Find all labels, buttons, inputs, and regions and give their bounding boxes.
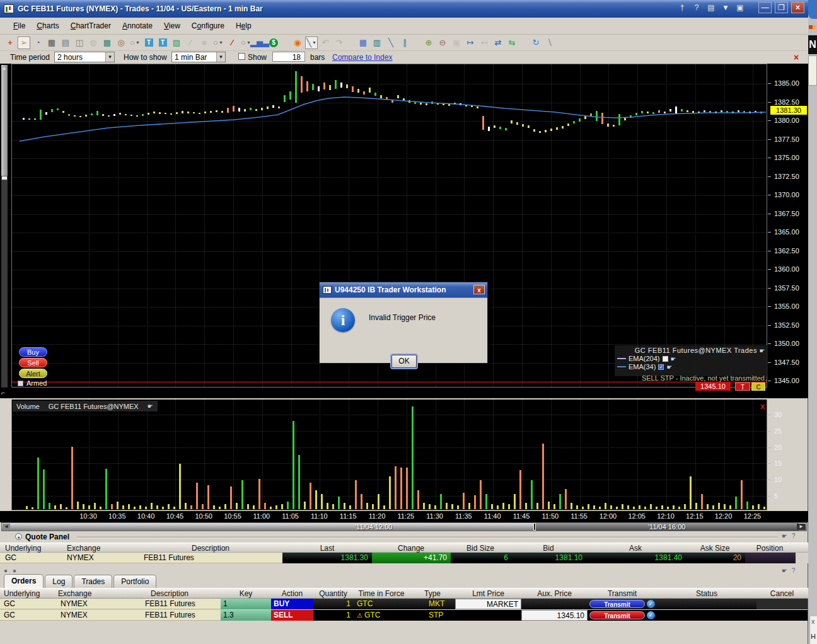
time-period-select[interactable]: 2 hours ▼ [54,52,115,62]
time-range-scrollbar[interactable]: '11/04 12:00 '11/04 16:00 ◄ ► [1,522,807,531]
dialog-close-button[interactable]: x [473,285,485,294]
unlock-icon[interactable]: ⌐ [1,389,8,397]
menu-configure[interactable]: Configure [186,20,230,32]
wrench-icon[interactable]: ∖ [543,37,556,49]
refresh-icon[interactable]: ↻ [530,37,542,49]
transmit-button[interactable]: Transmit [589,600,645,608]
close-button[interactable]: × [791,2,804,13]
order-aux-price[interactable] [521,599,588,609]
column-header[interactable]: Lmt Price [455,589,521,598]
cancel-order-tag[interactable]: C [751,382,765,391]
volume-bars-icon[interactable]: ▂▅▃ [253,37,266,49]
collapse-h-icon[interactable]: ⇆ [506,37,518,49]
print-chart-icon[interactable]: ▤ [59,37,72,49]
tab-portfolio[interactable]: Portfolio [113,575,156,588]
hand-icon[interactable]: ☛ [782,567,787,574]
shape-dropdown-icon[interactable]: ○▼ [129,37,141,49]
menu-charts[interactable]: Charts [31,20,64,32]
stop-order-line[interactable] [12,382,767,382]
menu-charttrader[interactable]: ChartTrader [65,20,117,32]
column-header[interactable]: Description [119,589,221,598]
column-header[interactable]: Ask Size [686,544,744,553]
order-aux-price[interactable]: 1345.10 [521,610,588,621]
collapse-toggle-icon[interactable]: ● [15,533,22,540]
column-header[interactable]: Description [140,544,281,553]
collapse-toggle-icon[interactable]: ● [4,567,8,574]
time-scrollbar-handle[interactable] [533,523,536,531]
export-icon[interactable]: ▼ [720,2,731,13]
help-circle-icon[interactable]: ? [792,532,796,539]
menu-annotate[interactable]: Annotate [117,20,158,32]
buy-button[interactable]: Buy [19,347,47,357]
scroll-right-icon[interactable]: ► [797,524,806,530]
column-header[interactable]: Cancel [756,589,808,598]
column-header[interactable]: Time in Force [353,589,410,598]
column-header[interactable]: Underlying [4,589,58,598]
hand-icon[interactable]: ☛ [666,364,672,371]
order-lmt-price[interactable]: MARKET [455,599,521,609]
ema34-checkbox[interactable]: ✓ [658,364,664,370]
diagonal-line-tool-icon[interactable]: ╲ [385,37,397,49]
column-header[interactable]: Status [657,589,756,598]
crosshair-tool-icon[interactable]: ◉ [291,37,304,49]
transmit-check-icon[interactable]: ✓ [647,611,655,619]
stop-price-tag[interactable]: 1345.10 [695,382,731,391]
tab-orders[interactable]: Orders [4,574,43,588]
how-to-show-select[interactable]: 1 min Bar ▼ [171,52,226,62]
bars-count-input[interactable]: 18 [272,52,305,62]
column-header[interactable]: Ask [586,544,685,553]
help-icon[interactable]: ? [691,2,702,13]
panel-icon[interactable]: ▣ [734,2,746,13]
scroll-left-icon[interactable]: ◄ [3,524,10,530]
parallel-lines-tool-icon[interactable]: ∥ [398,37,411,49]
order-lmt-price[interactable] [455,610,521,621]
column-header[interactable]: Key [221,589,271,598]
column-header[interactable]: Bid [512,544,585,553]
transmit-button[interactable]: Transmit [589,611,645,619]
show-checkbox[interactable] [238,53,245,60]
column-header[interactable]: Underlying [5,544,63,553]
volume-plot[interactable] [11,400,767,510]
pointer-tool-icon[interactable]: ➢ [18,37,30,49]
hand-icon[interactable]: ☛ [782,532,787,539]
move-tool-icon[interactable]: + [4,37,16,49]
collapse-toggle-icon[interactable]: ● [13,567,16,574]
armed-checkbox[interactable] [18,381,23,386]
chevron-down-icon[interactable]: ▼ [105,52,114,62]
transmit-check-icon[interactable]: ✓ [647,600,655,608]
column-header[interactable]: Exchange [67,544,136,553]
text-tool-icon[interactable]: T [142,37,155,49]
sell-button[interactable]: Sell [19,358,47,367]
circle-dropdown-icon[interactable]: ○▼ [212,37,224,49]
grid-tool-icon[interactable]: ▦ [45,37,58,49]
ema204-checkbox[interactable] [663,356,668,362]
zoom-region-icon[interactable]: ◎ [115,37,127,49]
zoom-out-icon[interactable]: ⊖ [436,37,449,49]
print-icon[interactable]: ▤ [705,2,717,13]
restore-button[interactable]: ❐ [775,2,788,13]
hand-icon[interactable]: ☛ [148,403,153,410]
column-header[interactable]: Quantity [313,589,353,598]
close-volume-icon[interactable]: x [760,401,765,411]
close-chart-icon[interactable]: × [794,52,799,62]
column-header[interactable]: Position [745,544,794,553]
save-chart-icon[interactable]: ◫ [73,37,86,49]
line-tool-icon[interactable]: ╲▼ [305,37,318,49]
pin-icon[interactable]: † [676,2,688,13]
expand-h-icon[interactable]: ⇄ [492,37,504,49]
column-header[interactable]: Change [373,544,449,553]
tab-log[interactable]: Log [45,575,72,588]
bar-lines-tool-icon[interactable]: ▥ [371,37,383,49]
dialog-title-bar[interactable]: U944250 IB Trader Workstation x [320,282,487,297]
help-circle-icon[interactable]: ? [792,567,796,574]
alert-button[interactable]: Alert [19,369,47,378]
menu-view[interactable]: View [158,20,186,32]
menu-file[interactable]: File [8,20,31,32]
minimize-button[interactable]: — [758,2,772,13]
column-header[interactable]: Bid Size [450,544,511,553]
edit-chart-icon[interactable]: ▨ [170,37,183,49]
text-note-tool-icon[interactable]: T [156,37,169,49]
column-header[interactable]: Action [271,589,313,598]
column-header[interactable]: Transmit [588,589,657,598]
scrollbar-handle[interactable] [1,176,8,180]
